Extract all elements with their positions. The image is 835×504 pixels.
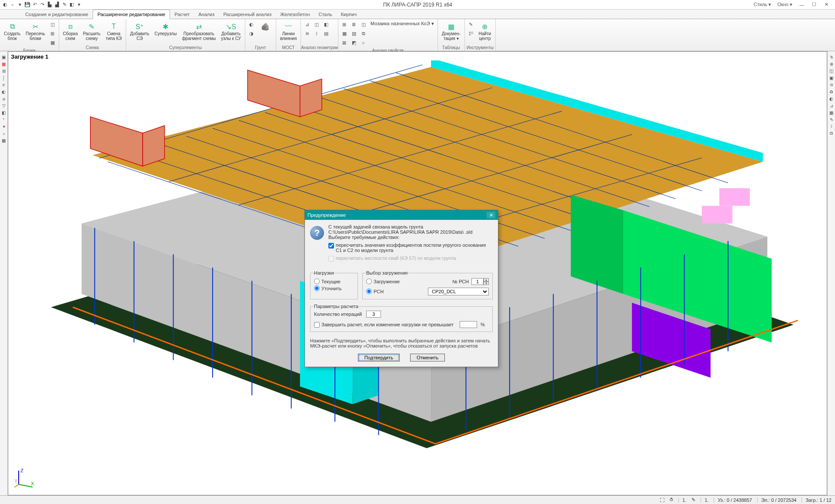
tool-icon[interactable]: ⌀ bbox=[1, 96, 7, 102]
tool-icon[interactable]: ≡ bbox=[1, 82, 7, 88]
tool-icon[interactable]: ◐ bbox=[828, 96, 835, 102]
tool-icon[interactable]: │ bbox=[1, 75, 7, 81]
create-block-button[interactable]: ⧉Создать блок bbox=[2, 20, 23, 42]
rsn-number-spinner[interactable]: ▲▼ bbox=[471, 278, 489, 285]
add-se-button[interactable]: S⁺Добавить СЭ bbox=[128, 20, 151, 42]
mosaic-dropdown[interactable]: Мозаика назначенных КоЭ ▾ bbox=[369, 20, 436, 27]
small-tool[interactable]: 1ᴳ bbox=[467, 29, 475, 38]
loads-clarify-radio[interactable] bbox=[314, 285, 320, 291]
dialog-close-icon[interactable]: ✕ bbox=[487, 212, 495, 219]
tool-icon[interactable]: ▽ bbox=[1, 103, 7, 109]
rsn-combo[interactable]: CP20_DCL bbox=[428, 288, 489, 295]
spin-up-icon[interactable]: ▲ bbox=[484, 278, 489, 282]
small-tool[interactable]: ◧ bbox=[322, 20, 331, 29]
small-tool[interactable]: ◫ bbox=[48, 20, 57, 29]
tool-icon[interactable]: ▦ bbox=[1, 137, 7, 143]
redo-icon[interactable]: ↷ bbox=[39, 1, 46, 8]
small-tool[interactable]: ⊞ bbox=[48, 29, 57, 38]
change-fe-type-button[interactable]: TСмена типа КЭ bbox=[104, 20, 124, 42]
iterations-input[interactable] bbox=[366, 311, 381, 318]
expand-schema-button[interactable]: ✎Расшить схему bbox=[81, 20, 103, 42]
small-tool[interactable]: ≣ bbox=[350, 20, 358, 29]
minimize-icon[interactable]: — bbox=[796, 1, 808, 9]
small-tool[interactable]: ⟟ bbox=[312, 29, 321, 38]
cancel-button[interactable]: Отменить bbox=[410, 354, 445, 361]
open-icon[interactable]: ▾ bbox=[17, 1, 23, 8]
app-icon[interactable]: ◐ bbox=[2, 1, 9, 8]
select-rsn-radio[interactable] bbox=[366, 288, 372, 294]
tool-icon[interactable]: ✦ bbox=[1, 123, 7, 129]
tool-icon[interactable]: ◧ bbox=[1, 109, 7, 116]
qat-icon[interactable]: ✎ bbox=[61, 1, 68, 8]
qat-dropdown-icon[interactable]: ▾ bbox=[76, 1, 83, 8]
tab-steel[interactable]: Сталь bbox=[314, 10, 337, 19]
documentation-button[interactable]: ▦Докумен- тация ▾ bbox=[440, 20, 463, 42]
loads-current-radio[interactable] bbox=[314, 279, 320, 284]
tool-icon[interactable]: ⊕ bbox=[828, 61, 835, 67]
small-tool[interactable]: ⧉ bbox=[359, 29, 368, 38]
tool-icon[interactable]: ✎ bbox=[828, 116, 835, 123]
save-icon[interactable]: 💾 bbox=[24, 1, 31, 8]
close-icon[interactable]: ✕ bbox=[820, 1, 832, 9]
small-tool[interactable]: ◩ bbox=[350, 38, 358, 47]
rsn-number-input[interactable] bbox=[471, 278, 484, 285]
small-tool[interactable]: ⊿ bbox=[303, 20, 311, 29]
select-loading-radio[interactable] bbox=[366, 279, 372, 284]
small-tool[interactable]: ⊞ bbox=[340, 20, 349, 29]
convert-fragment-button[interactable]: ⇄Преобразовать фрагмент схемы bbox=[180, 20, 218, 42]
tool-icon[interactable]: 丶 bbox=[1, 116, 7, 123]
small-tool[interactable]: ▦ bbox=[48, 38, 57, 47]
add-nodes-to-su-button[interactable]: ↘SДобавить узлы к СУ bbox=[219, 20, 243, 42]
tab-ext-analysis[interactable]: Расширенный анализ bbox=[219, 10, 276, 19]
style-menu[interactable]: Стиль ▾ bbox=[751, 1, 774, 8]
tab-analysis[interactable]: Анализ bbox=[194, 10, 219, 19]
tool-icon[interactable]: ⧉ bbox=[828, 130, 835, 136]
confirm-button[interactable]: Подтвердить bbox=[358, 354, 400, 361]
tool-icon[interactable]: ◐ bbox=[1, 89, 7, 95]
small-tool[interactable]: ⟐ bbox=[359, 38, 368, 47]
tab-brick[interactable]: Кирпич bbox=[337, 10, 361, 19]
tab-extended-edit[interactable]: Расширенное редактирование bbox=[93, 10, 170, 19]
small-tool[interactable]: ◫ bbox=[359, 20, 368, 29]
tool-icon[interactable]: ▦ bbox=[828, 109, 835, 116]
spin-down-icon[interactable]: ▼ bbox=[484, 282, 489, 285]
qat-icon[interactable]: ◧ bbox=[68, 1, 75, 8]
small-tool[interactable]: ≋ bbox=[303, 29, 311, 38]
assemble-button[interactable]: ⧈Сборка схем bbox=[61, 20, 80, 42]
tool-icon[interactable]: ▣ bbox=[828, 75, 835, 81]
small-tool[interactable]: ▧ bbox=[350, 29, 358, 38]
tool-icon[interactable]: ◫ bbox=[828, 68, 835, 74]
tab-concrete[interactable]: Железобетон bbox=[276, 10, 314, 19]
qat-icon[interactable]: ▟ bbox=[53, 1, 60, 8]
tab-create-edit[interactable]: Создание и редактирование bbox=[21, 10, 93, 19]
tool-icon[interactable]: ⧈ bbox=[828, 82, 835, 88]
supernodes-button[interactable]: ✱Суперузлы bbox=[152, 20, 179, 38]
tool-icon[interactable]: ⊞ bbox=[1, 68, 7, 74]
undo-icon[interactable]: ↶ bbox=[31, 1, 38, 8]
small-tool[interactable]: ◑ bbox=[247, 29, 256, 38]
dialog-titlebar[interactable]: Предупреждение ✕ bbox=[305, 210, 498, 220]
maximize-icon[interactable]: ☐ bbox=[808, 1, 820, 9]
window-menu[interactable]: Окно ▾ bbox=[775, 1, 795, 8]
tool-icon[interactable]: ⟐ bbox=[1, 130, 7, 136]
find-center-button[interactable]: ⊕Найти центр bbox=[476, 20, 494, 42]
qat-icon[interactable]: ▙ bbox=[46, 1, 53, 8]
tool-icon[interactable]: ▣ bbox=[1, 54, 7, 60]
small-tool[interactable]: ◐ bbox=[247, 20, 256, 29]
tool-icon[interactable]: ▦ bbox=[1, 61, 7, 67]
tool-icon[interactable]: ⟟ bbox=[828, 123, 835, 129]
intersect-blocks-button[interactable]: ✂Пересечь блоки bbox=[23, 20, 47, 42]
status-tool-icon[interactable]: ✎ bbox=[691, 497, 695, 503]
tool-icon[interactable]: ↯ bbox=[828, 54, 835, 60]
small-tool[interactable]: ▤ bbox=[322, 29, 331, 38]
tool-icon[interactable]: ♻ bbox=[828, 89, 835, 95]
recalc-c1c2-checkbox[interactable] bbox=[328, 243, 334, 249]
small-tool[interactable]: ⊠ bbox=[340, 38, 349, 47]
status-tool-icon[interactable]: ⥀ bbox=[670, 497, 673, 503]
small-tool[interactable]: ▦ bbox=[340, 29, 349, 38]
soil-button[interactable]: 🪨 bbox=[257, 20, 274, 33]
new-icon[interactable]: ▫ bbox=[9, 1, 16, 8]
tab-calc[interactable]: Расчет bbox=[170, 10, 194, 19]
tool-icon[interactable]: ⊿ bbox=[828, 103, 835, 109]
small-tool[interactable]: ✎ bbox=[467, 20, 475, 29]
